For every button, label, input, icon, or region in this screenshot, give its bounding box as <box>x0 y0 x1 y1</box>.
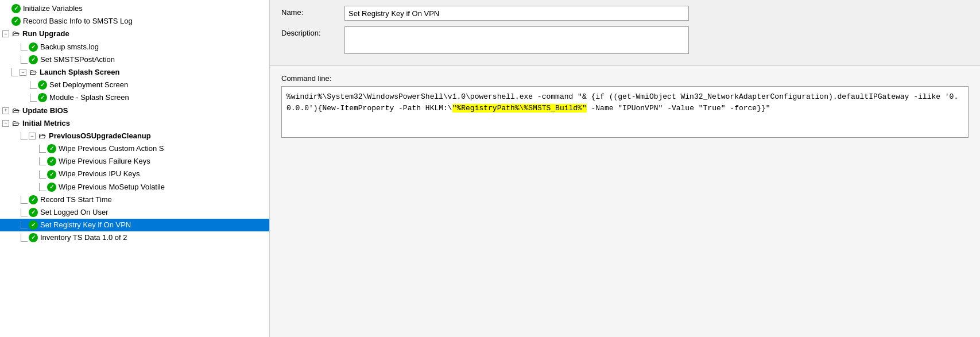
tree-item-backup-smsts[interactable]: Backup smsts.log <box>0 41 269 53</box>
label-update-bios: Update BIOS <box>22 106 68 116</box>
label-registry: Set Registry Key if On VPN <box>40 220 131 230</box>
label-record-basic: Record Basic Info to SMSTS Log <box>23 16 133 26</box>
check-icon-wipe-mosetup <box>47 183 56 192</box>
description-label: Description: <box>281 26 344 37</box>
check-icon-wipe-custom <box>47 144 56 153</box>
name-input[interactable] <box>344 6 689 21</box>
check-icon-wipe-failure <box>47 157 56 166</box>
check-icon-registry <box>29 220 38 230</box>
tree-item-set-logged[interactable]: Set Logged On User <box>0 206 269 219</box>
tree-item-run-upgrade[interactable]: − 🗁 Run Upgrade <box>0 28 269 40</box>
command-highlight: "%RegistryPath%\%SMSTS_Build%" <box>452 104 587 113</box>
tree-line-backup <box>21 43 28 51</box>
tree-item-record-ts[interactable]: Record TS Start Time <box>0 193 269 206</box>
label-wipe-custom: Wipe Previous Custom Action S <box>59 144 164 154</box>
check-icon-wipe-ipu <box>47 170 56 179</box>
task-sequence-tree[interactable]: Initialize Variables Record Basic Info t… <box>0 0 269 337</box>
tree-line-module <box>30 94 37 102</box>
label-wipe-failure: Wipe Previous Failure Keys <box>59 156 150 166</box>
check-icon-smsts <box>29 55 38 64</box>
tree-line-record-ts <box>21 196 28 204</box>
folder-icon-metrics: 🗁 <box>10 119 21 128</box>
tree-item-wipe-mosetup[interactable]: Wipe Previous MoSetup Volatile <box>0 181 269 193</box>
label-set-logged: Set Logged On User <box>40 207 109 218</box>
tree-line-wipe-failure <box>39 157 46 165</box>
tree-item-wipe-failure[interactable]: Wipe Previous Failure Keys <box>0 155 269 168</box>
tree-item-prev-os[interactable]: − 🗁 PreviousOSUpgradeCleanup <box>0 130 269 142</box>
label-initial-metrics: Initial Metrics <box>22 118 70 129</box>
label-init-vars: Initialize Variables <box>23 3 83 14</box>
tree-item-update-bios[interactable]: + 🗁 Update BIOS <box>0 104 269 117</box>
tree-line-wipe-mosetup <box>39 183 46 191</box>
tree-line-launch <box>11 68 18 76</box>
label-wipe-ipu: Wipe Previous IPU Keys <box>59 169 140 179</box>
label-inventory: Inventory TS Data 1.0 of 2 <box>40 233 127 243</box>
folder-icon-prev-os: 🗁 <box>37 131 47 141</box>
check-icon-module <box>38 93 47 102</box>
description-input[interactable] <box>344 26 689 54</box>
check-icon-deploy <box>38 80 47 90</box>
expand-update-bios[interactable]: + <box>2 107 9 114</box>
tree-item-inventory[interactable]: Inventory TS Data 1.0 of 2 <box>0 231 269 244</box>
tree-line-smsts <box>21 56 28 64</box>
tree-line-set-logged <box>21 208 28 216</box>
expand-initial-metrics[interactable]: − <box>2 120 9 127</box>
tree-item-set-smsts[interactable]: Set SMSTSPostAction <box>0 53 269 66</box>
name-row: Name: <box>281 6 969 21</box>
label-prev-os: PreviousOSUpgradeCleanup <box>49 131 151 141</box>
label-backup: Backup smsts.log <box>40 42 99 52</box>
label-wipe-mosetup: Wipe Previous MoSetup Volatile <box>59 182 165 192</box>
name-label: Name: <box>281 6 344 17</box>
command-text: %windir%\System32\WindowsPowerShell\v1.0… <box>286 92 958 113</box>
form-area: Name: Description: <box>270 0 980 65</box>
tree-line-registry <box>21 221 28 229</box>
tree-item-set-registry[interactable]: Set Registry Key if On VPN <box>0 219 269 231</box>
command-box[interactable]: %windir%\System32\WindowsPowerShell\v1.0… <box>281 86 969 138</box>
expand-launch-splash[interactable]: − <box>20 69 26 76</box>
tree-item-wipe-custom[interactable]: Wipe Previous Custom Action S <box>0 142 269 155</box>
command-section: Command line: %windir%\System32\WindowsP… <box>270 71 980 144</box>
check-icon-init-vars <box>11 4 21 13</box>
label-run-upgrade: Run Upgrade <box>22 29 69 39</box>
right-panel: Name: Description: Command line: %windir… <box>270 0 980 337</box>
command-line-label: Command line: <box>281 74 969 83</box>
label-record-ts: Record TS Start Time <box>40 195 112 205</box>
tree-item-record-basic[interactable]: Record Basic Info to SMSTS Log <box>0 15 269 28</box>
left-panel: Initialize Variables Record Basic Info t… <box>0 0 270 337</box>
check-icon-set-logged <box>29 208 38 217</box>
tree-item-module-splash[interactable]: Module - Splash Screen <box>0 91 269 104</box>
label-set-deploy: Set Deployment Screen <box>49 80 128 90</box>
label-launch-splash: Launch Splash Screen <box>40 67 119 78</box>
tree-line-wipe-custom <box>39 145 46 153</box>
tree-item-initial-metrics[interactable]: − 🗁 Initial Metrics <box>0 117 269 130</box>
check-icon-backup <box>29 42 38 52</box>
check-icon-inventory <box>29 233 38 242</box>
tree-line-deploy <box>30 81 37 89</box>
label-module-splash: Module - Splash Screen <box>49 92 129 103</box>
divider <box>270 65 980 66</box>
tree-item-set-deploy[interactable]: Set Deployment Screen <box>0 79 269 91</box>
expand-prev-os[interactable]: − <box>29 133 36 140</box>
folder-icon-launch: 🗁 <box>28 68 38 77</box>
tree-line-inventory <box>21 234 28 242</box>
tree-item-wipe-ipu[interactable]: Wipe Previous IPU Keys <box>0 168 269 180</box>
tree-item-init-vars[interactable]: Initialize Variables <box>0 2 269 15</box>
folder-icon-bios: 🗁 <box>10 106 21 115</box>
tree-line-wipe-ipu <box>39 171 46 179</box>
check-icon-record-basic <box>11 17 21 26</box>
description-row: Description: <box>281 26 969 54</box>
label-smsts: Set SMSTSPostAction <box>40 55 115 65</box>
expand-run-upgrade[interactable]: − <box>2 30 9 37</box>
tree-item-launch-splash[interactable]: − 🗁 Launch Splash Screen <box>0 66 269 79</box>
folder-icon-run-upgrade: 🗁 <box>10 29 21 38</box>
check-icon-record-ts <box>29 195 38 204</box>
tree-line-prev-os <box>21 132 28 140</box>
